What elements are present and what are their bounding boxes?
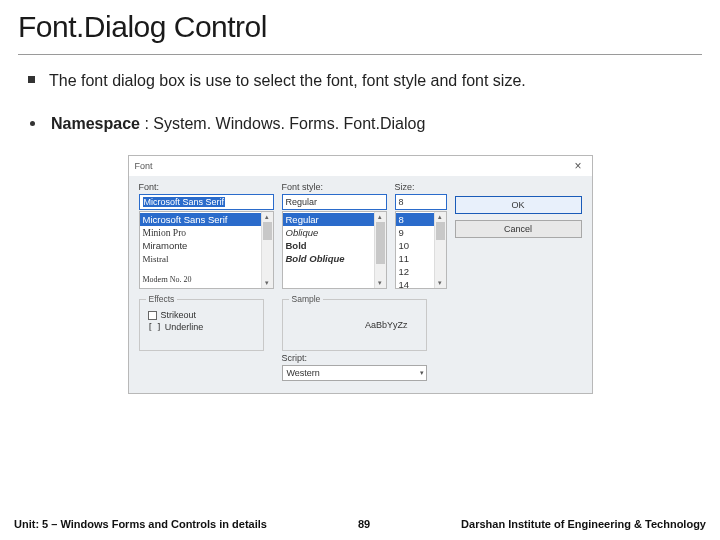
bullet-item: Namespace : System. Windows. Forms. Font…: [28, 112, 692, 135]
list-item[interactable]: Miramonte: [140, 239, 273, 252]
namespace-label: Namespace: [51, 115, 140, 132]
bullet-item: The font dialog box is use to select the…: [28, 69, 692, 92]
square-bullet-icon: [28, 76, 35, 83]
script-label: Script:: [282, 353, 582, 363]
chevron-down-icon[interactable]: ▾: [435, 278, 446, 288]
chevron-down-icon: ▾: [420, 369, 424, 377]
size-input[interactable]: 8: [395, 194, 447, 210]
dialog-titlebar[interactable]: Font ×: [129, 156, 592, 176]
sample-label: Sample: [289, 294, 324, 304]
size-label: Size:: [395, 182, 447, 192]
dialog-title: Font: [135, 161, 153, 171]
list-item[interactable]: Oblique: [283, 226, 386, 239]
scrollbar-thumb[interactable]: [376, 222, 385, 264]
ok-button[interactable]: OK: [455, 196, 582, 214]
list-item[interactable]: Minion Pro: [140, 226, 273, 239]
effects-groupbox: Effects Strikeout [ ] Underline: [139, 299, 264, 351]
chevron-up-icon[interactable]: ▴: [435, 212, 446, 222]
list-item[interactable]: Bold: [283, 239, 386, 252]
chevron-down-icon[interactable]: ▾: [375, 278, 386, 288]
footer-left: Unit: 5 – Windows Forms and Controls in …: [14, 518, 267, 530]
close-icon[interactable]: ×: [570, 159, 585, 173]
footer-right: Darshan Institute of Engineering & Techn…: [461, 518, 706, 530]
style-listbox[interactable]: Regular Oblique Bold Bold Oblique ▴ ▾: [282, 211, 387, 289]
dot-bullet-icon: [30, 121, 35, 126]
font-dialog: Font × Font: Microsoft Sans Serif Micros…: [128, 155, 593, 394]
style-label: Font style:: [282, 182, 387, 192]
chevron-down-icon[interactable]: ▾: [262, 278, 273, 288]
bullet-text: Namespace : System. Windows. Forms. Font…: [51, 112, 692, 135]
footer: Unit: 5 – Windows Forms and Controls in …: [0, 518, 720, 530]
font-input[interactable]: Microsoft Sans Serif: [139, 194, 274, 210]
list-item[interactable]: Mistral: [140, 252, 273, 265]
chevron-up-icon[interactable]: ▴: [262, 212, 273, 222]
scrollbar[interactable]: ▴ ▾: [261, 212, 273, 288]
strikeout-checkbox[interactable]: [148, 311, 157, 320]
scrollbar-thumb[interactable]: [436, 222, 445, 240]
strikeout-label: Strikeout: [161, 310, 197, 320]
font-listbox[interactable]: Microsoft Sans Serif Minion Pro Miramont…: [139, 211, 274, 289]
bullet-text: The font dialog box is use to select the…: [49, 69, 692, 92]
font-label: Font:: [139, 182, 274, 192]
script-value: Western: [287, 368, 320, 378]
namespace-value: : System. Windows. Forms. Font.Dialog: [140, 115, 425, 132]
page-title: Font.Dialog Control: [18, 10, 702, 44]
underline-checkbox[interactable]: [ ]: [148, 322, 161, 332]
scrollbar[interactable]: ▴ ▾: [374, 212, 386, 288]
list-item[interactable]: Modern No. 20: [140, 273, 273, 286]
list-item[interactable]: Microsoft Sans Serif: [140, 213, 273, 226]
list-item[interactable]: Bold Oblique: [283, 252, 386, 265]
list-item[interactable]: Regular: [283, 213, 386, 226]
scrollbar[interactable]: ▴ ▾: [434, 212, 446, 288]
underline-label: Underline: [165, 322, 204, 332]
size-listbox[interactable]: 8 9 10 11 12 14 16 ▴ ▾: [395, 211, 447, 289]
cancel-button[interactable]: Cancel: [455, 220, 582, 238]
sample-text: AaBbYyZz: [365, 320, 408, 330]
chevron-up-icon[interactable]: ▴: [375, 212, 386, 222]
effects-label: Effects: [146, 294, 178, 304]
style-input[interactable]: Regular: [282, 194, 387, 210]
sample-groupbox: Sample AaBbYyZz: [282, 299, 427, 351]
scrollbar-thumb[interactable]: [263, 222, 272, 240]
script-dropdown[interactable]: Western ▾: [282, 365, 427, 381]
page-number: 89: [358, 518, 370, 530]
